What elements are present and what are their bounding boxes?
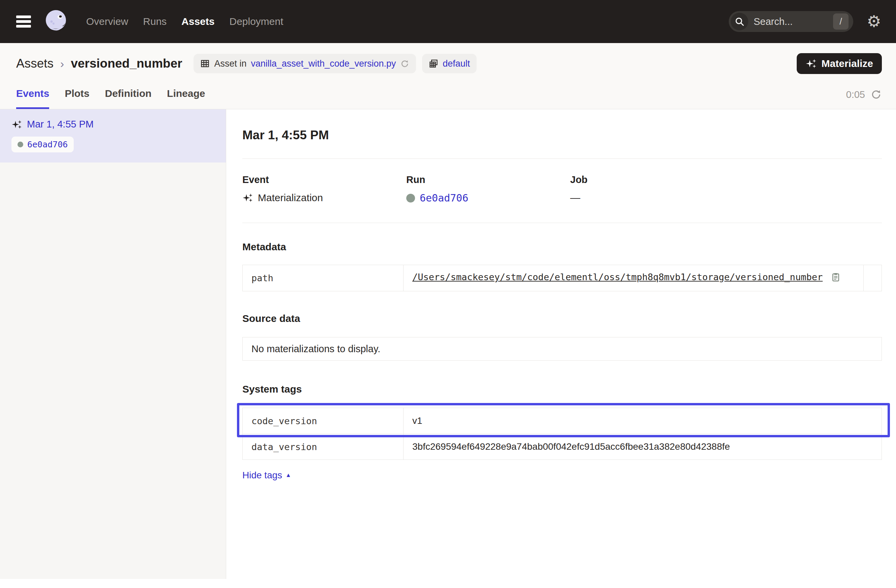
asset-name: versioned_number [71, 56, 182, 71]
table-row: path /Users/smackesey/stm/code/elementl/… [243, 265, 882, 291]
materialize-label: Materialize [821, 58, 873, 69]
path-link[interactable]: /Users/smackesey/stm/code/elementl/oss/t… [412, 272, 823, 282]
caret-up-icon: ▲ [285, 472, 291, 479]
table-stub-cell [864, 265, 882, 291]
tab-lineage[interactable]: Lineage [167, 88, 205, 109]
hide-tags-link[interactable]: Hide tags ▲ [242, 470, 291, 481]
tag-value: v1 [404, 408, 882, 434]
run-status-dot [17, 141, 23, 147]
asset-definition-pill: Asset in vanilla_asset_with_code_version… [194, 54, 416, 73]
settings-gear-icon[interactable]: ⚙ [867, 14, 881, 30]
page-header: Assets › versioned_number Asset in vanil… [0, 43, 896, 109]
source-data-heading: Source data [242, 313, 882, 324]
tab-events[interactable]: Events [16, 88, 49, 109]
search-shortcut-key: / [833, 14, 849, 30]
primary-nav: Overview Runs Assets Deployment [86, 16, 283, 27]
event-timestamp: Mar 1, 4:55 PM [27, 119, 94, 130]
event-summary: Event Materialization Run 6e0ad706 [242, 174, 882, 204]
table-row-data-version: data_version 3bfc269594ef649228e9a74bab0… [243, 434, 882, 460]
workspace-grid-icon [429, 59, 438, 68]
metadata-heading: Metadata [242, 241, 882, 253]
materialization-sparkle-icon [242, 192, 253, 203]
run-id-link[interactable]: 6e0ad706 [420, 192, 469, 204]
asset-in-label: Asset in [214, 59, 246, 69]
menu-icon[interactable] [15, 15, 32, 28]
search-icon [731, 13, 748, 30]
materialize-button[interactable]: Materialize [797, 53, 882, 74]
event-detail-panel: Mar 1, 4:55 PM Event Materialization Run [226, 109, 896, 579]
run-id-badge[interactable]: 6e0ad706 [11, 137, 74, 152]
breadcrumb: Assets › versioned_number [16, 56, 182, 71]
run-id: 6e0ad706 [27, 140, 68, 149]
run-column-header: Run [406, 174, 570, 185]
repo-badge[interactable]: default [422, 54, 477, 73]
source-data-empty-box: No materializations to display. [242, 337, 882, 361]
hide-tags-label: Hide tags [242, 470, 282, 481]
metadata-key: path [243, 265, 404, 291]
table-grid-icon [200, 59, 210, 68]
refresh-countdown: 0:05 [846, 89, 865, 100]
dagster-logo-icon[interactable] [43, 8, 70, 35]
divider [242, 223, 882, 223]
job-column-header: Job [570, 174, 734, 185]
refresh-icon[interactable] [870, 89, 882, 100]
tab-definition[interactable]: Definition [105, 88, 151, 109]
tag-key: data_version [243, 434, 404, 460]
system-tags-table: code_version v1 data_version 3bfc269594e… [242, 408, 882, 460]
run-status-dot [406, 194, 415, 202]
tag-key: code_version [243, 408, 404, 434]
nav-item-deployment[interactable]: Deployment [229, 16, 283, 27]
sparkle-icon [805, 58, 817, 69]
nav-item-overview[interactable]: Overview [86, 16, 128, 27]
top-nav: Overview Runs Assets Deployment Search..… [0, 0, 896, 43]
nav-item-runs[interactable]: Runs [143, 16, 167, 27]
materialization-sparkle-icon [11, 119, 22, 130]
breadcrumb-assets-link[interactable]: Assets [16, 56, 53, 71]
tag-value: 3bfc269594ef649228e9a74bab00f042efc91d5a… [404, 434, 882, 460]
repo-default-link: default [443, 59, 470, 69]
table-row-code-version: code_version v1 [243, 408, 882, 434]
system-tags-heading: System tags [242, 383, 882, 395]
tab-bar: Events Plots Definition Lineage [16, 88, 205, 109]
divider [242, 158, 882, 159]
event-list-item[interactable]: Mar 1, 4:55 PM 6e0ad706 [0, 109, 226, 163]
event-column-header: Event [242, 174, 406, 185]
copy-clipboard-icon[interactable] [831, 272, 841, 284]
search-input[interactable]: Search... / [729, 11, 853, 32]
event-title: Mar 1, 4:55 PM [242, 128, 882, 142]
tab-plots[interactable]: Plots [65, 88, 89, 109]
asset-file-link[interactable]: vanilla_asset_with_code_version.py [251, 59, 396, 69]
event-type-value: Materialization [258, 192, 323, 204]
nav-item-assets[interactable]: Assets [181, 16, 215, 27]
search-placeholder: Search... [754, 16, 828, 27]
chevron-right-icon: › [60, 57, 64, 70]
events-sidebar: Mar 1, 4:55 PM 6e0ad706 [0, 109, 226, 579]
job-value: — [570, 192, 580, 204]
source-data-empty-text: No materializations to display. [251, 343, 380, 354]
metadata-table: path /Users/smackesey/stm/code/elementl/… [242, 265, 882, 291]
reload-icon[interactable] [400, 59, 409, 68]
